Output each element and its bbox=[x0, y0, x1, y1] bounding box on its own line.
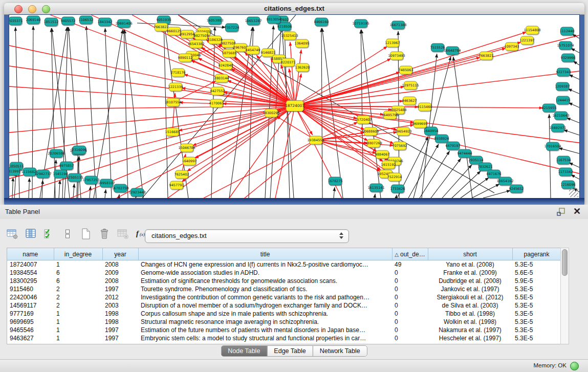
network-node[interactable]: 20206586 bbox=[48, 149, 64, 158]
tab-network-table[interactable]: Network Table bbox=[313, 346, 367, 356]
table-row[interactable]: 969969511998Structural magnetic resonanc… bbox=[7, 318, 561, 326]
network-node[interactable]: 10688609 bbox=[362, 127, 379, 136]
network-node[interactable]: 16671388 bbox=[389, 21, 406, 29]
network-node[interactable]: 9474444 bbox=[458, 149, 472, 158]
network-node[interactable]: 15325413 bbox=[281, 32, 298, 40]
network-node[interactable]: 18724007 bbox=[285, 101, 304, 112]
network-node[interactable]: 2316096 bbox=[72, 146, 87, 154]
network-node[interactable]: 16782759 bbox=[112, 184, 128, 192]
column-header-out_degree[interactable]: △out_de… bbox=[392, 248, 428, 260]
tab-node-table[interactable]: Node Table bbox=[221, 346, 267, 356]
network-node[interactable]: 1678275 bbox=[328, 177, 343, 185]
network-node[interactable]: 20691406 bbox=[115, 19, 132, 28]
network-node[interactable]: 1545194 bbox=[53, 170, 68, 178]
network-node[interactable]: 1112440 bbox=[560, 27, 575, 35]
delete-column-icon[interactable] bbox=[97, 227, 112, 242]
memory-status-indicator[interactable] bbox=[570, 362, 579, 370]
column-header-year[interactable]: year bbox=[102, 248, 138, 260]
unselect-all-columns-icon[interactable] bbox=[60, 227, 75, 242]
table-row[interactable]: 911546021997Tourette syndrome. Phenomeno… bbox=[7, 285, 561, 293]
network-node[interactable]: 8220371 bbox=[281, 58, 296, 67]
tab-edge-table[interactable]: Edge Table bbox=[267, 346, 312, 356]
network-node[interactable]: 16495796 bbox=[381, 111, 398, 119]
network-node[interactable]: 2069140 bbox=[26, 16, 41, 24]
network-node[interactable]: 9313991 bbox=[9, 167, 20, 176]
network-window-titlebar[interactable]: citations_edges.txt bbox=[4, 3, 584, 15]
network-node[interactable]: 1640997 bbox=[182, 157, 197, 165]
network-node[interactable]: 2803144 bbox=[214, 74, 229, 82]
column-header-pagerank[interactable]: pagerank bbox=[512, 248, 561, 260]
network-node[interactable]: 1640954 bbox=[424, 127, 439, 135]
network-node[interactable]: 9405572 bbox=[61, 17, 76, 25]
network-node[interactable]: 9218506 bbox=[277, 23, 292, 31]
network-node[interactable]: 4170061 bbox=[209, 99, 224, 107]
network-node[interactable]: 16648784 bbox=[444, 47, 461, 55]
scrollbar-thumb[interactable] bbox=[562, 249, 568, 276]
network-node[interactable]: 9463627 bbox=[402, 97, 417, 105]
network-node[interactable]: 9242848 bbox=[219, 61, 233, 70]
network-node[interactable]: 1167534 bbox=[556, 156, 571, 164]
network-node[interactable]: 6479197 bbox=[446, 142, 461, 150]
network-node[interactable]: 9660125 bbox=[167, 27, 182, 35]
network-node[interactable]: 11154808 bbox=[524, 26, 540, 34]
network-node[interactable]: 15751074 bbox=[557, 41, 574, 50]
network-node[interactable]: 12942737 bbox=[34, 170, 51, 178]
network-node[interactable]: 1843342 bbox=[98, 18, 113, 26]
network-node[interactable]: 9245652 bbox=[509, 185, 524, 193]
network-node[interactable]: 8813054 bbox=[267, 15, 281, 24]
network-node[interactable]: 1516685 bbox=[165, 128, 180, 136]
network-node[interactable]: 7075692 bbox=[393, 142, 407, 150]
network-node[interactable]: 18807269 bbox=[365, 139, 382, 147]
network-node[interactable]: 1213967 bbox=[385, 39, 400, 47]
network-node[interactable]: 9457791 bbox=[169, 181, 184, 189]
network-node[interactable]: 19384554 bbox=[307, 136, 324, 144]
network-node[interactable]: 9699695 bbox=[413, 120, 428, 128]
show-columns-icon[interactable] bbox=[24, 227, 38, 242]
select-all-columns-icon[interactable] bbox=[42, 227, 56, 242]
window-resize-grip[interactable] bbox=[569, 188, 578, 197]
network-node[interactable]: 1362620 bbox=[295, 63, 310, 72]
network-node[interactable]: 2718176 bbox=[171, 69, 186, 77]
table-row[interactable]: 946362711997Embryonic stem cells: a mode… bbox=[7, 334, 561, 342]
column-header-title[interactable]: title bbox=[138, 248, 392, 260]
close-panel-icon[interactable]: ✕ bbox=[573, 206, 581, 217]
network-node[interactable]: 9827505 bbox=[194, 32, 209, 40]
network-node[interactable]: 9115460 bbox=[418, 103, 432, 111]
network-node[interactable]: 8427552 bbox=[210, 87, 225, 95]
network-node[interactable]: 8912954 bbox=[180, 30, 195, 38]
attribute-table-settings-icon[interactable] bbox=[5, 227, 19, 242]
network-node[interactable]: 15046788 bbox=[178, 144, 195, 152]
network-node[interactable]: 10653287 bbox=[245, 17, 262, 25]
network-node[interactable]: 10654162 bbox=[496, 177, 513, 185]
network-node[interactable]: 9227343 bbox=[556, 68, 571, 76]
network-node[interactable]: 10973493 bbox=[388, 52, 405, 60]
network-node[interactable]: 16053803 bbox=[206, 16, 223, 25]
network-node[interactable]: 1106532 bbox=[79, 16, 94, 24]
table-row[interactable]: 1456911722003Disruption of a novel membe… bbox=[7, 301, 561, 310]
table-row[interactable]: 1830029562008Estimation of significance … bbox=[7, 277, 561, 285]
network-node[interactable]: 12975115 bbox=[402, 81, 419, 90]
network-node[interactable]: 16543382 bbox=[187, 40, 204, 48]
network-node[interactable]: 8466160 bbox=[314, 18, 329, 26]
network-node[interactable]: 1097343 bbox=[505, 42, 519, 51]
network-node[interactable]: 5875685 bbox=[222, 49, 237, 57]
network-node[interactable]: 9884067 bbox=[375, 150, 390, 159]
table-row[interactable]: 1872400712008Changes of HCN gene express… bbox=[7, 260, 561, 269]
network-node[interactable]: 8215955 bbox=[542, 104, 557, 112]
network-node[interactable]: 1244415 bbox=[556, 96, 571, 104]
table-row[interactable]: 1938455462009Genome-wide association stu… bbox=[7, 269, 561, 277]
network-node[interactable]: 15720407 bbox=[355, 116, 372, 124]
network-node[interactable]: 17016504 bbox=[544, 142, 561, 150]
column-header-short[interactable]: short bbox=[428, 248, 512, 260]
network-view-canvas[interactable]: 1872400720353712069140185151294055721106… bbox=[9, 15, 579, 198]
network-node[interactable]: 7357224 bbox=[225, 24, 239, 32]
network-node[interactable]: 16135141 bbox=[367, 184, 384, 192]
network-node[interactable]: 1209387 bbox=[555, 82, 570, 91]
network-node[interactable]: 7522914 bbox=[387, 173, 402, 181]
network-node[interactable]: 18107554 bbox=[164, 98, 181, 106]
network-node[interactable]: 9975857 bbox=[59, 162, 74, 170]
network-node[interactable]: 19654923 bbox=[395, 127, 411, 136]
network-node[interactable]: 8186328 bbox=[208, 36, 223, 44]
network-node[interactable]: 12505135 bbox=[66, 173, 83, 182]
table-row[interactable]: 2242004622012Investigating the contribut… bbox=[7, 293, 561, 301]
